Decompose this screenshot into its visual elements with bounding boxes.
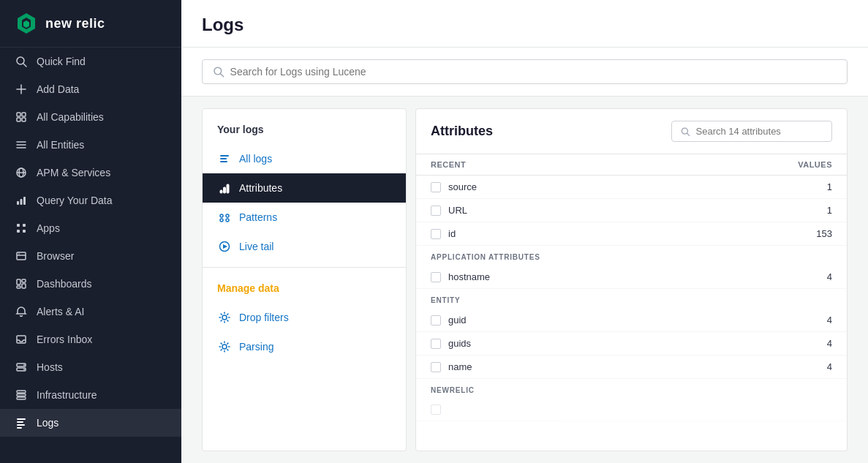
divider xyxy=(203,267,406,268)
attr-name-guids: guids xyxy=(448,338,820,349)
svg-rect-9 xyxy=(17,118,20,121)
attr-checkbox-guids[interactable] xyxy=(431,339,441,349)
svg-rect-48 xyxy=(220,190,222,193)
inbox-icon xyxy=(15,333,28,346)
panel-nav-drop-filters[interactable]: Drop filters xyxy=(203,303,406,332)
svg-rect-29 xyxy=(17,286,20,288)
bell-icon xyxy=(15,305,28,318)
attributes-header: Attributes xyxy=(416,109,847,154)
left-panel: Your logs All logs Attributes xyxy=(202,108,407,451)
sidebar-item-add-data[interactable]: Add Data xyxy=(0,75,181,103)
svg-point-51 xyxy=(220,214,223,217)
sidebar-item-label: Infrastructure xyxy=(37,389,97,401)
manage-data-title: Manage data xyxy=(203,274,406,303)
sidebar-item-logs[interactable]: Logs xyxy=(0,409,181,437)
svg-rect-38 xyxy=(17,397,26,399)
sidebar-item-label: Alerts & AI xyxy=(37,306,84,317)
attr-checkbox-url[interactable] xyxy=(431,206,441,216)
bar-chart-icon xyxy=(15,194,28,207)
browser-icon xyxy=(15,249,28,263)
sidebar-item-hosts[interactable]: Hosts xyxy=(0,353,181,381)
svg-rect-47 xyxy=(220,161,227,162)
new-relic-logo-icon xyxy=(15,12,38,35)
attr-row-newrelic-partial xyxy=(416,399,847,421)
sidebar-item-all-capabilities[interactable]: All Capabilities xyxy=(0,103,181,131)
svg-rect-19 xyxy=(23,197,26,205)
page-title: Logs xyxy=(202,15,848,35)
apps-icon xyxy=(15,222,28,235)
sidebar-item-label: Dashboards xyxy=(37,278,92,290)
patterns-icon xyxy=(217,210,232,225)
sidebar-item-apps[interactable]: Apps xyxy=(0,214,181,242)
attr-value-url: 1 xyxy=(827,205,832,216)
svg-rect-23 xyxy=(23,230,26,233)
list-icon xyxy=(15,138,28,151)
play-icon xyxy=(217,239,232,254)
search-icon-small xyxy=(681,127,690,137)
sidebar-item-label: Logs xyxy=(37,417,59,429)
panel-nav-parsing[interactable]: Parsing xyxy=(203,332,406,361)
attr-checkbox-name[interactable] xyxy=(431,362,441,372)
attr-value-guid: 4 xyxy=(827,315,832,325)
sidebar-item-dashboards[interactable]: Dashboards xyxy=(0,270,181,298)
sidebar-item-label: Query Your Data xyxy=(37,195,113,206)
content-area: Your logs All logs Attributes xyxy=(181,97,868,463)
svg-rect-27 xyxy=(17,279,20,285)
sidebar-item-label: Quick Find xyxy=(37,56,86,67)
dashboard-icon xyxy=(15,277,28,290)
gear-icon-2 xyxy=(217,339,232,354)
sidebar-item-apm-services[interactable]: APM & Services xyxy=(0,159,181,187)
svg-point-52 xyxy=(226,214,229,217)
panel-nav-label: Attributes xyxy=(239,182,282,194)
sidebar-item-query-your-data[interactable]: Query Your Data xyxy=(0,187,181,214)
panel-nav-live-tail[interactable]: Live tail xyxy=(203,232,406,261)
sidebar-item-quick-find[interactable]: Quick Find xyxy=(0,48,181,75)
sidebar-item-label: APM & Services xyxy=(37,167,110,178)
svg-rect-28 xyxy=(22,279,26,282)
sidebar: new relic Quick Find Add Data All Capabi… xyxy=(0,0,181,463)
svg-rect-40 xyxy=(17,421,23,423)
grid-icon xyxy=(15,110,28,124)
logs-search-bar xyxy=(202,59,848,84)
svg-point-35 xyxy=(23,369,25,370)
attr-value-source: 1 xyxy=(827,181,832,192)
attr-name-guid: guid xyxy=(448,315,820,325)
panel-nav-patterns[interactable]: Patterns xyxy=(203,203,406,232)
attributes-title: Attributes xyxy=(431,124,493,139)
sidebar-item-errors-inbox[interactable]: Errors Inbox xyxy=(0,325,181,353)
svg-rect-50 xyxy=(227,184,229,193)
panel-nav-label: All logs xyxy=(239,153,272,165)
panel-nav-all-logs[interactable]: All logs xyxy=(203,144,406,173)
svg-rect-10 xyxy=(22,118,26,121)
logs-icon xyxy=(15,416,28,429)
svg-point-34 xyxy=(23,364,25,366)
svg-marker-56 xyxy=(223,244,227,249)
attributes-panel: Attributes RECENT VALUES source 1 xyxy=(415,108,848,451)
sidebar-item-alerts-ai[interactable]: Alerts & AI xyxy=(0,298,181,325)
attr-checkbox-id[interactable] xyxy=(431,229,441,239)
svg-rect-37 xyxy=(17,394,26,396)
attr-checkbox-guid[interactable] xyxy=(431,315,441,325)
attr-value-name: 4 xyxy=(827,361,832,372)
attr-row-id: id 153 xyxy=(416,222,847,246)
sidebar-item-infrastructure[interactable]: Infrastructure xyxy=(0,381,181,409)
sidebar-item-label: Hosts xyxy=(37,361,63,373)
svg-rect-42 xyxy=(17,427,22,429)
attributes-search-input[interactable] xyxy=(696,126,823,137)
svg-rect-39 xyxy=(17,418,26,420)
attr-checkbox-source[interactable] xyxy=(431,182,441,192)
svg-rect-30 xyxy=(22,284,26,288)
attr-checkbox-hostname[interactable] xyxy=(431,272,441,282)
sidebar-item-browser[interactable]: Browser xyxy=(0,242,181,270)
attr-row-guid: guid 4 xyxy=(416,309,847,332)
brand-name: new relic xyxy=(45,16,105,31)
sidebar-item-all-entities[interactable]: All Entities xyxy=(0,131,181,159)
attr-row-name: name 4 xyxy=(416,355,847,379)
svg-line-4 xyxy=(23,64,26,67)
attr-checkbox-newrelic[interactable] xyxy=(431,404,441,415)
svg-point-26 xyxy=(18,253,20,255)
panel-nav-attributes[interactable]: Attributes xyxy=(203,173,406,203)
svg-rect-20 xyxy=(17,224,20,227)
logs-search-input[interactable] xyxy=(230,66,837,78)
attributes-table: RECENT VALUES source 1 URL 1 id 1 xyxy=(416,154,847,451)
